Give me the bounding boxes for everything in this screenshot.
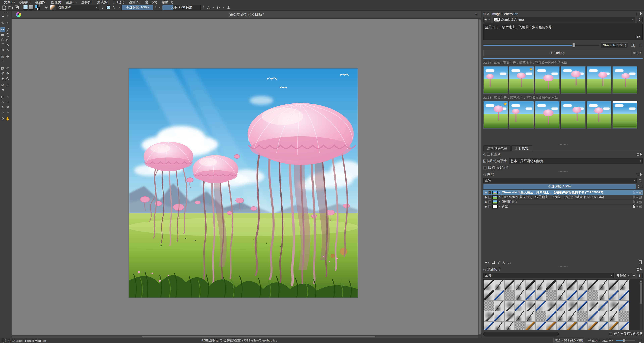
brush-preset-cell[interactable] (525, 290, 536, 300)
add-layer-button[interactable]: ＋▾ (484, 260, 489, 265)
rectangle-tool[interactable]: ▭ (0, 32, 5, 37)
strength-slider[interactable] (483, 43, 599, 47)
brush-preset-cell[interactable] (536, 321, 546, 330)
search-current-tag-checkbox[interactable]: ✓ (609, 332, 612, 335)
alpha-lock-icon[interactable]: α (636, 196, 638, 199)
背景[interactable]: ◉ ✓ ↰ 背景 α (483, 204, 643, 209)
layer-opacity-slider[interactable]: 不透明度: 100% (483, 184, 636, 189)
reference-images-tool[interactable]: ⊠ (0, 83, 5, 88)
menu-item[interactable]: 选择(S) (79, 0, 95, 4)
brush-preset-cell[interactable] (525, 321, 536, 330)
background-color-chip[interactable] (37, 8, 40, 10)
tool-button[interactable] (0, 115, 11, 116)
polyline-tool[interactable]: ▷ (5, 37, 10, 42)
brush-preset-cell[interactable] (515, 300, 525, 311)
float-docker-icon[interactable] (636, 173, 639, 176)
brush-preset-cell[interactable] (608, 279, 619, 290)
wrap-around-button[interactable]: ⟂ (226, 5, 231, 10)
brush-preset-cell[interactable] (608, 321, 619, 330)
brush-preset-cell[interactable] (556, 279, 567, 290)
menu-item[interactable]: 图像(I) (49, 0, 64, 4)
add-layer-result-icon[interactable]: ❏+ (630, 42, 635, 48)
brush-preset-cell[interactable] (619, 311, 629, 321)
measure-pin-tool[interactable]: ⚑ (0, 88, 5, 93)
canvas-surround[interactable] (12, 19, 478, 335)
brush-size-slider[interactable]: 大小: 9.00 像素 (162, 5, 201, 10)
brush-preset-cell[interactable] (525, 300, 536, 311)
lock-icon[interactable] (633, 201, 636, 203)
gradient-tool[interactable]: ▧ (0, 66, 5, 71)
history-thumbnail[interactable]: ★ (561, 66, 586, 94)
docker-pin-icon[interactable]: ◍ (483, 12, 486, 16)
view-mode-icon[interactable]: ≡ (633, 273, 635, 277)
brush-preset-cell[interactable] (515, 279, 525, 290)
history-thumbnail[interactable]: ★ (586, 101, 612, 129)
brush-preset-cell[interactable] (536, 311, 546, 321)
reload-preset-button[interactable]: ↻ (112, 5, 117, 10)
panel-splitter[interactable] (483, 265, 643, 267)
generate-mode-button[interactable]: ✳ ▾ (483, 17, 492, 23)
menu-item[interactable]: 帮助(H) (160, 0, 176, 4)
similar-color-select-tool[interactable]: ≋ (5, 104, 10, 110)
prompt-textarea[interactable]: 蓝天白云，绿草地上，飞翔着许多粉色的水母 ZH (483, 24, 643, 40)
brush-preset-cell[interactable] (567, 311, 577, 321)
brush-preset-cell[interactable] (546, 279, 556, 290)
brush-preset-cell[interactable] (504, 290, 515, 300)
history-thumbnail[interactable]: ★ (509, 101, 534, 129)
close-docker-icon[interactable]: × (641, 153, 643, 156)
brush-preset-cell[interactable] (504, 321, 515, 330)
polygon-select-tool[interactable]: ◇ (0, 99, 5, 104)
brush-preset-cell[interactable] (525, 311, 536, 321)
text-tool[interactable]: T (5, 14, 10, 19)
canvas-rotation-control[interactable]: 0.00° (588, 339, 600, 342)
brush-preset-cell[interactable] (515, 311, 525, 321)
brush-tip-icon[interactable]: ▮ (636, 272, 643, 278)
menu-item[interactable]: 工具(T) (111, 0, 127, 4)
history-thumbnail[interactable]: ★ (483, 66, 508, 94)
visibility-icon[interactable]: ◉ (484, 191, 487, 194)
lock-icon[interactable] (633, 206, 636, 208)
assistants-tool[interactable]: ∠ (5, 83, 10, 88)
dynamic-brush-tool[interactable]: ⊃ (0, 47, 5, 52)
pan-tool[interactable]: ✋ (5, 116, 10, 121)
brush-preset-cell[interactable] (515, 290, 525, 300)
chevron-down-icon[interactable]: ▾ (118, 6, 120, 9)
history-thumbnail[interactable]: ★ (509, 66, 534, 94)
tool-button[interactable] (0, 93, 11, 94)
line-tool[interactable]: ╱ (5, 27, 10, 32)
menu-item[interactable]: 视图(V) (33, 0, 49, 4)
brush-preset-cell[interactable] (598, 290, 608, 300)
brush-preset-cell[interactable] (525, 279, 536, 290)
foreground-background-colors[interactable]: ⇅ (34, 5, 40, 10)
fit-to-screen-icon[interactable] (638, 339, 642, 342)
freehand-brush-tool[interactable]: ✑ (0, 27, 5, 32)
brush-preset-cell[interactable] (494, 290, 504, 300)
inherit-alpha-icon[interactable] (639, 201, 642, 203)
history-thumbnail[interactable]: ★ (535, 66, 560, 94)
brush-preset-cell[interactable] (494, 279, 504, 290)
pattern-swatch[interactable] (23, 5, 28, 10)
brush-preset-cell[interactable] (484, 279, 494, 290)
language-badge[interactable]: ZH (636, 35, 641, 39)
contiguous-select-tool[interactable]: ✴ (0, 104, 5, 110)
layer-select-checkbox[interactable]: ✓ (488, 191, 491, 194)
horizontal-mirror-button[interactable]: ◭ (206, 5, 211, 10)
float-docker-icon[interactable] (636, 153, 639, 156)
tool-button[interactable] (0, 81, 11, 83)
freehand-select-tool[interactable]: ∽ (5, 99, 10, 104)
brush-preset-cell[interactable] (619, 279, 629, 290)
menu-item[interactable]: 窗口(W) (143, 0, 160, 4)
tab-advanced-color-selector[interactable]: 多功能拾色器 (483, 145, 511, 151)
save-button[interactable] (14, 5, 20, 10)
brush-preset-cell[interactable] (546, 300, 556, 311)
brush-preset-cell[interactable] (484, 300, 494, 311)
menu-item[interactable]: 文件(F) (1, 0, 17, 4)
brush-preset-cell[interactable] (494, 321, 504, 330)
history-thumbnail[interactable]: ★ (586, 66, 612, 94)
canvas-horizontal-scrollbar[interactable] (12, 335, 478, 338)
move-layer-down-button[interactable]: ∨ (497, 260, 500, 265)
brush-option-slider-icon[interactable]: ≋ (44, 5, 49, 10)
smart-patch-tool[interactable]: ❊ (0, 71, 5, 76)
menu-item[interactable]: 滤镜(R) (95, 0, 111, 4)
ai-settings-gear-icon[interactable]: ✲ (636, 17, 643, 23)
